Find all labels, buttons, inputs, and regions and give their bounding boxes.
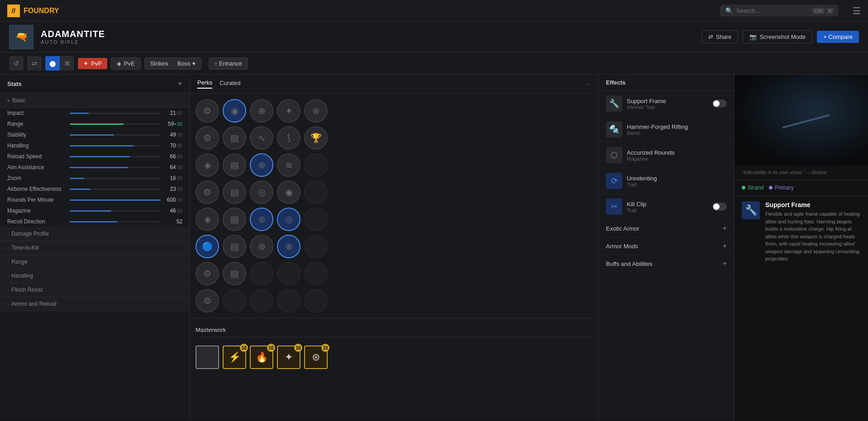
stat-row: Recoil Direction52 bbox=[0, 216, 190, 227]
basic-chevron-icon: ▾ bbox=[7, 98, 10, 103]
strikes-dropdown[interactable]: Strikes - Boss ▾ bbox=[144, 57, 201, 70]
weapon-thumbnail: 🔫 bbox=[9, 25, 33, 49]
perk-slot[interactable]: ▤ bbox=[223, 153, 246, 177]
perk-slot[interactable]: ◉ bbox=[223, 99, 246, 123]
effect-row[interactable]: ⟳UnrelentingTrait bbox=[599, 168, 734, 194]
perk-slot[interactable]: ⚙ bbox=[196, 126, 219, 150]
stats-add-button[interactable]: + bbox=[177, 79, 182, 89]
pvp-tab[interactable]: ✦ PvP bbox=[78, 58, 107, 69]
enhance-button[interactable]: ↑ Enhance bbox=[209, 57, 248, 70]
stat-row: Rounds Per Minute60000 bbox=[0, 194, 190, 205]
perk-slot[interactable]: ⚙ bbox=[196, 99, 219, 123]
masterwork-badge: 10 bbox=[240, 344, 248, 352]
perk-slot bbox=[277, 289, 300, 312]
perk-slot[interactable]: ⊛ bbox=[250, 235, 273, 258]
perk-slot[interactable]: ⊕ bbox=[277, 235, 300, 258]
section-range-toggle[interactable]: › Range bbox=[0, 255, 190, 269]
screenshot-button[interactable]: 📷 Screenshot Mode bbox=[743, 30, 812, 43]
perk-slot[interactable]: ✦ bbox=[277, 99, 300, 123]
perk-slot[interactable]: ◎ bbox=[250, 180, 273, 204]
perk-slot[interactable]: ◎ bbox=[277, 208, 300, 231]
perk-slot[interactable]: ∿ bbox=[250, 126, 273, 150]
effect-name: Kill Clip bbox=[627, 201, 646, 208]
mode-grid-button[interactable]: ⌘ bbox=[60, 56, 74, 71]
perk-slot bbox=[304, 262, 328, 285]
detail-panel: — "Inflexibility is its own virtue." —Sl… bbox=[734, 75, 868, 421]
main-layout: Stats + ▾ Basic Impact2100Range59+20Stab… bbox=[0, 75, 868, 421]
section-damage-toggle[interactable]: › Damage Profile bbox=[0, 227, 190, 241]
perk-slot[interactable]: ⚙ bbox=[196, 289, 219, 312]
effect-info: UnrelentingTrait bbox=[627, 175, 657, 187]
perk-slot[interactable]: ▤ bbox=[223, 126, 246, 150]
pve-tab[interactable]: ◈ PvE bbox=[111, 57, 141, 70]
perk-slot[interactable]: 🔵 bbox=[196, 235, 219, 258]
toggle-switch[interactable] bbox=[712, 99, 727, 108]
perk-slot[interactable]: ▤ bbox=[223, 180, 246, 204]
perk-slot[interactable]: ⊕ bbox=[250, 99, 273, 123]
share-button[interactable]: ⇄ Share bbox=[701, 30, 739, 43]
perk-slot[interactable]: ≋ bbox=[277, 153, 300, 177]
undo-button[interactable]: ↺ bbox=[9, 56, 24, 71]
compare-button[interactable]: + Compare bbox=[817, 31, 859, 43]
perks-more-button[interactable]: ··· bbox=[586, 80, 591, 87]
effect-row[interactable]: ✂Kill ClipTrait bbox=[599, 194, 734, 220]
effect-row[interactable]: 🔩Hammer-Forged RiflingBarrel bbox=[599, 117, 734, 142]
effect-toggle[interactable] bbox=[712, 99, 727, 108]
mode-circle-button[interactable]: ⬤ bbox=[45, 56, 60, 71]
masterwork-slot[interactable]: ⚡10 bbox=[223, 345, 246, 369]
stat-bar-container bbox=[70, 210, 161, 212]
app-logo[interactable]: // FOUNDRY bbox=[7, 5, 59, 17]
masterwork-slot[interactable]: ⊛10 bbox=[304, 345, 328, 369]
section-ttk-toggle[interactable]: › Time-to-Kill bbox=[0, 241, 190, 255]
section-flinch-toggle[interactable]: › Flinch Resist bbox=[0, 283, 190, 297]
masterwork-section: Masterwork ⚡10🔥10✦10⊛10 bbox=[190, 318, 598, 377]
stat-row: Handling7000 bbox=[0, 140, 190, 151]
perk-slot[interactable]: ▤ bbox=[223, 235, 246, 258]
ttk-chevron-icon: › bbox=[7, 246, 9, 251]
perk-slot[interactable]: ◈ bbox=[196, 208, 219, 231]
buffs-row[interactable]: Buffs and Abilities + bbox=[599, 255, 734, 273]
effect-toggle[interactable] bbox=[712, 203, 727, 211]
masterwork-slot[interactable]: ✦10 bbox=[277, 345, 300, 369]
stat-bar-container bbox=[70, 178, 161, 179]
search-input[interactable] bbox=[736, 7, 809, 14]
perk-slot[interactable]: ◈ bbox=[196, 153, 219, 177]
menu-icon[interactable]: ☰ bbox=[853, 5, 861, 16]
perk-slot[interactable]: ▤ bbox=[223, 208, 246, 231]
perk-slot[interactable]: ⊛ bbox=[250, 208, 273, 231]
armor-mods-row[interactable]: Armor Mods + bbox=[599, 237, 734, 255]
stat-name: Rounds Per Minute bbox=[7, 197, 66, 203]
perk-slot[interactable]: ▤ bbox=[223, 262, 246, 285]
tab-curated[interactable]: Curated bbox=[219, 80, 240, 88]
perk-detail-content: Support Frame Flexible and agile frame c… bbox=[765, 201, 861, 263]
stat-value: 6400 bbox=[164, 164, 182, 170]
stat-name: Zoom bbox=[7, 175, 66, 181]
effect-row[interactable]: 🔧Support FrameIntrinsic Trait bbox=[599, 91, 734, 117]
perk-slot[interactable]: ⊕ bbox=[250, 153, 273, 177]
stat-bar-container bbox=[70, 221, 161, 222]
stat-name: Airborne Effectiveness bbox=[7, 186, 66, 192]
masterwork-slot[interactable] bbox=[196, 345, 219, 369]
effect-row[interactable]: ⬡Accurized RoundsMagazine bbox=[599, 142, 734, 168]
effect-icon: ⟳ bbox=[606, 173, 622, 189]
toggle-switch[interactable] bbox=[712, 203, 727, 211]
share-toolbar-button[interactable]: ⇄ bbox=[27, 56, 42, 71]
section-handling-toggle[interactable]: › Handling bbox=[0, 269, 190, 283]
perk-slot[interactable]: ◉ bbox=[277, 180, 300, 204]
stat-bar-container bbox=[70, 145, 161, 147]
perk-slot[interactable]: ⊛ bbox=[304, 99, 328, 123]
tab-perks[interactable]: Perks bbox=[197, 79, 212, 89]
perk-slot[interactable]: 🏆 bbox=[304, 126, 328, 150]
exotic-armor-row[interactable]: Exotic Armor + bbox=[599, 220, 734, 237]
perk-slot bbox=[223, 289, 246, 312]
perk-slot[interactable]: ⚙ bbox=[196, 262, 219, 285]
search-icon: 🔍 bbox=[725, 7, 733, 14]
damage-chevron-icon: › bbox=[7, 232, 9, 237]
perk-slot[interactable]: ⟆ bbox=[277, 126, 300, 150]
section-ammo-toggle[interactable]: › Ammo and Reload bbox=[0, 297, 190, 311]
masterwork-slot[interactable]: 🔥10 bbox=[250, 345, 273, 369]
section-basic-toggle[interactable]: ▾ Basic bbox=[0, 94, 190, 108]
exotic-armor-expand-icon: + bbox=[723, 224, 727, 232]
perk-slot[interactable]: ⚙ bbox=[196, 180, 219, 204]
search-bar[interactable]: 🔍 Ctrl K bbox=[720, 5, 838, 16]
